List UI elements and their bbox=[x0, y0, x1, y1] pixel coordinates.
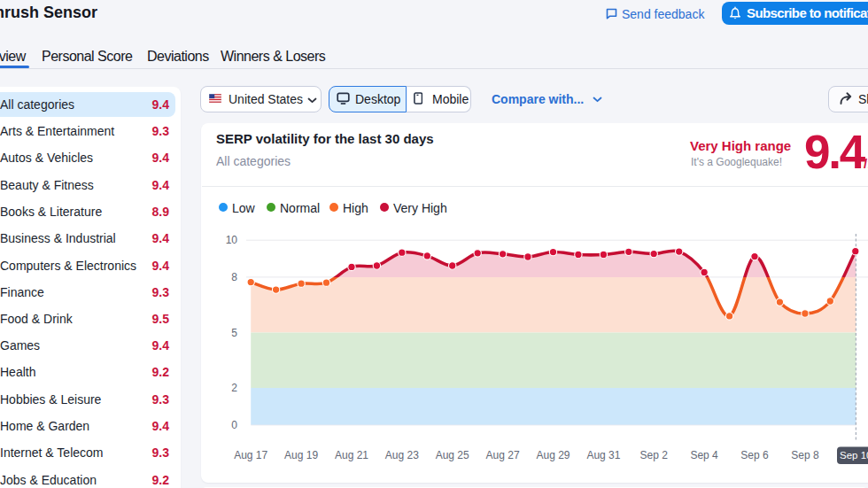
svg-text:0: 0 bbox=[231, 419, 237, 431]
svg-text:Sep 10: Sep 10 bbox=[840, 450, 868, 461]
svg-text:Aug 31: Aug 31 bbox=[586, 449, 620, 461]
svg-text:Sep 4: Sep 4 bbox=[690, 449, 718, 461]
svg-text:Aug 29: Aug 29 bbox=[536, 449, 570, 461]
svg-text:Aug 19: Aug 19 bbox=[284, 449, 318, 461]
svg-text:Sep 8: Sep 8 bbox=[791, 449, 819, 461]
svg-text:10: 10 bbox=[226, 234, 238, 246]
svg-text:Sep 2: Sep 2 bbox=[640, 449, 669, 461]
svg-text:Aug 21: Aug 21 bbox=[335, 449, 368, 461]
svg-text:5: 5 bbox=[231, 327, 237, 339]
svg-text:Aug 17: Aug 17 bbox=[234, 449, 267, 461]
svg-text:2: 2 bbox=[231, 382, 237, 394]
svg-text:Aug 25: Aug 25 bbox=[436, 449, 469, 461]
svg-text:Aug 23: Aug 23 bbox=[385, 449, 419, 461]
svg-text:Aug 27: Aug 27 bbox=[486, 449, 520, 461]
svg-text:Sep 6: Sep 6 bbox=[740, 449, 769, 461]
svg-text:8: 8 bbox=[231, 271, 237, 283]
